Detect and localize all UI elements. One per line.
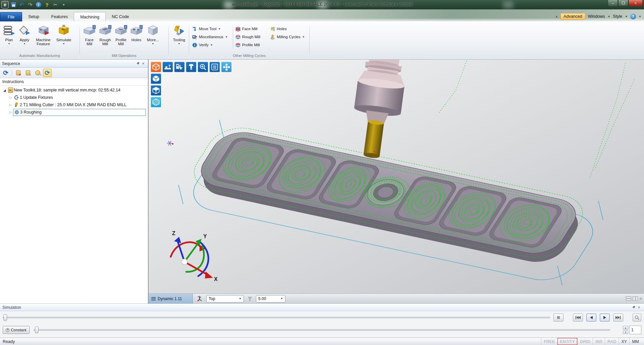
split-vertical-icon[interactable]: [633, 296, 638, 301]
analyze-button[interactable]: [633, 314, 641, 322]
tree-item-roughing[interactable]: ▷ 3 Roughing: [0, 109, 148, 116]
flag-grid[interactable]: GRID: [577, 338, 593, 345]
maximize-button[interactable]: [618, 0, 628, 6]
machine-simulation-button[interactable]: [174, 62, 184, 72]
flag-xy[interactable]: XY: [619, 338, 629, 345]
face-mill-cycle-button[interactable]: Face Mill: [234, 25, 269, 32]
show-machine-bed-button[interactable]: [163, 62, 173, 72]
miscellaneous-button[interactable]: Miscellaneous▼: [191, 33, 232, 40]
face-mill-button[interactable]: Face Mill: [82, 23, 97, 53]
new-sequence-button[interactable]: ★: [14, 69, 22, 77]
tab-nc-code[interactable]: NC Code: [106, 12, 135, 21]
slider-track[interactable]: [3, 317, 550, 318]
skip-to-start-button[interactable]: [573, 314, 583, 322]
view-mode-button[interactable]: Dynamic 1.11: [149, 294, 193, 304]
close-panel-icon[interactable]: ×: [141, 61, 146, 66]
flag-free[interactable]: FREE: [541, 338, 557, 345]
machine-feature-button[interactable]: Machine Feature: [32, 23, 54, 53]
cpl-select[interactable]: Top▼: [206, 295, 244, 302]
iso-view-button[interactable]: [151, 62, 161, 72]
flag-entity[interactable]: ENTITY: [557, 338, 577, 345]
auto-regenerate-toggle[interactable]: ⟳: [43, 69, 52, 77]
windows-menu[interactable]: Windows: [588, 14, 605, 19]
title-bar[interactable]: e ↶ ↷ i ? ✂ ▾ aero plate.ppf - Edgecam -…: [0, 0, 644, 9]
verify-dropdown-icon[interactable]: ▼: [210, 44, 213, 47]
move-tool-button[interactable]: Move Tool▼: [191, 25, 232, 32]
depth-select[interactable]: 5.00▼: [256, 295, 285, 302]
flag-rad[interactable]: RAD: [605, 338, 619, 345]
tooling-button[interactable]: Tooling▼: [170, 23, 188, 53]
pin-icon[interactable]: [631, 305, 636, 310]
play-backward-button[interactable]: [586, 314, 596, 322]
zoom-extents-button[interactable]: [198, 62, 208, 72]
help-dropdown-icon[interactable]: ▼: [639, 15, 641, 18]
expand-icon[interactable]: ▷: [8, 111, 13, 114]
tree-item-milling-cutter[interactable]: ▷ 2 T1 Milling Cutter : 25.0 MM DIA X 2M…: [0, 101, 148, 109]
stop-button[interactable]: [553, 314, 564, 322]
slider-thumb[interactable]: [35, 327, 39, 333]
simulation-progress-slider[interactable]: [3, 314, 550, 321]
close-view-icon[interactable]: ×: [639, 296, 642, 301]
flag-ins[interactable]: INS: [593, 338, 605, 345]
tab-setup[interactable]: Setup: [22, 12, 45, 21]
verify-button[interactable]: Verify▼: [191, 42, 232, 48]
tab-machining[interactable]: Machining: [74, 12, 106, 21]
holes-cycle-button[interactable]: Holes: [269, 25, 308, 32]
milling-cycles-button[interactable]: Milling Cycles▼: [269, 33, 308, 40]
shaded-view-button[interactable]: [151, 74, 161, 84]
move-tool-dropdown-icon[interactable]: ▼: [218, 27, 221, 30]
skip-to-end-button[interactable]: [613, 314, 623, 322]
close-button[interactable]: ×: [629, 0, 643, 6]
apply-dropdown-icon[interactable]: ▼: [23, 43, 26, 45]
holes-button[interactable]: Holes: [129, 23, 144, 53]
simulation-speed-slider[interactable]: [34, 327, 610, 333]
style-menu[interactable]: Style: [613, 14, 622, 19]
rough-mill-cycle-button[interactable]: Rough Mill: [234, 33, 269, 40]
collapse-icon[interactable]: ◢: [2, 88, 7, 92]
slider-thumb[interactable]: [3, 314, 7, 321]
pin-icon[interactable]: [135, 61, 141, 66]
sequence-panel-header[interactable]: Sequence ×: [0, 60, 148, 68]
plan-button[interactable]: Plan▼: [1, 23, 17, 53]
loop-count-field[interactable]: 1: [629, 326, 641, 334]
collapse-ribbon-icon[interactable]: ∧: [555, 15, 558, 18]
style-dropdown-icon[interactable]: ▼: [625, 15, 628, 18]
constant-speed-button[interactable]: Constant: [3, 326, 30, 334]
windows-dropdown-icon[interactable]: ▼: [607, 15, 610, 18]
instructions-header[interactable]: Instructions: [0, 78, 148, 86]
tab-file[interactable]: File: [0, 12, 22, 21]
graphics-viewport[interactable]: Z Y X: [149, 60, 644, 303]
tooling-dropdown-icon[interactable]: ▼: [178, 43, 180, 45]
wireframe-view-button[interactable]: [151, 85, 161, 95]
profile-mill-button[interactable]: Profile Mill: [113, 23, 129, 53]
minimize-button[interactable]: –: [608, 0, 618, 6]
slider-track[interactable]: [34, 329, 610, 331]
expand-icon[interactable]: ▷: [8, 103, 13, 107]
code-generator-button[interactable]: ≡: [33, 69, 42, 77]
expand-icon[interactable]: ▷: [8, 96, 13, 99]
split-horizontal-icon[interactable]: [626, 296, 631, 301]
milling-cycles-dropdown-icon[interactable]: ▼: [302, 36, 305, 39]
regenerate-button[interactable]: ⟳: [1, 69, 10, 77]
tab-features[interactable]: Features: [45, 12, 74, 21]
viewport-3d-scene[interactable]: Z Y X: [149, 60, 644, 293]
plan-dropdown-icon[interactable]: ▼: [8, 43, 10, 45]
sequence-list-button[interactable]: ≡: [23, 69, 32, 77]
simulate-dropdown-icon[interactable]: ▼: [63, 43, 65, 45]
tool-display-button[interactable]: [186, 62, 196, 72]
more-button[interactable]: More...▼: [144, 23, 162, 53]
rough-mill-button[interactable]: Rough Mill: [97, 23, 113, 53]
spinner-down-icon[interactable]: ▼: [623, 330, 628, 334]
simulate-button[interactable]: Simulate▼: [54, 23, 73, 53]
profile-mill-cycle-button[interactable]: Profile Mill: [234, 42, 269, 48]
advanced-toggle[interactable]: Advanced: [560, 13, 585, 20]
display-options-button[interactable]: [210, 62, 220, 72]
flag-mm[interactable]: MM: [629, 338, 641, 345]
spinner-up-icon[interactable]: ▲: [623, 326, 628, 330]
more-dropdown-icon[interactable]: ▼: [152, 43, 154, 45]
tree-item-toolkit[interactable]: ◢ NC New Toolkit.18: sample mill vertica…: [0, 86, 148, 94]
simulation-panel-header[interactable]: Simulation ×: [0, 304, 644, 311]
window-layout-button[interactable]: [221, 62, 231, 72]
apply-button[interactable]: Apply▼: [17, 23, 32, 53]
close-panel-icon[interactable]: ×: [636, 305, 642, 310]
